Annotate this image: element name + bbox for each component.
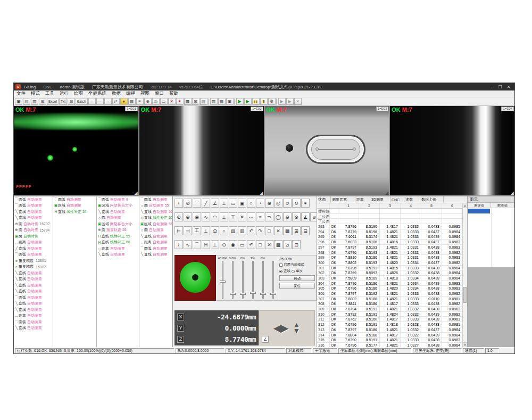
tree-row[interactable]: ↔ 距离 自动测量 <box>14 313 53 319</box>
geometry-tool-icon[interactable]: ╱ <box>202 199 210 208</box>
construction-tool-icon[interactable]: ≀ <box>174 240 183 249</box>
tree-row[interactable]: ╲ 直线 自动测量 <box>14 307 53 313</box>
x-axis-icon[interactable]: X <box>177 314 184 320</box>
camera-tag[interactable]: 1=E04 <box>501 106 514 111</box>
toolbar-button[interactable]: ⊠ <box>192 98 200 105</box>
tree-row[interactable]: ○ 圆 自动测量 55 <box>139 203 172 209</box>
table-row[interactable]: 302OK7.87698.50931.48251.03320.04380.098… <box>317 270 462 276</box>
toolbar-button[interactable]: ▦ <box>128 98 136 105</box>
tree-row[interactable]: ⊕ 圆 自动对焦 15702 <box>14 221 53 227</box>
tree-row[interactable]: ╲ 直线 自动测量 <box>14 276 53 283</box>
construction-tool-icon[interactable]: ⊿ <box>283 240 292 249</box>
angle-mode-button[interactable]: ∠ <box>262 336 269 343</box>
radio-single[interactable] <box>292 270 295 273</box>
minimize-button[interactable]: ─ <box>487 84 496 90</box>
construction-tool-icon[interactable]: ⊞ <box>292 226 301 235</box>
toolbar-button[interactable]: ⊕ <box>144 98 152 105</box>
construction-tool-icon[interactable]: ↶ <box>247 226 255 235</box>
selected-cell[interactable] <box>468 209 490 213</box>
tree-row[interactable]: ↔ 距离 自动测量 <box>97 245 139 252</box>
tree-row[interactable]: e 重复精度 15802 <box>14 264 53 270</box>
tree-row[interactable]: ╲ 直线 自动测量 <box>14 209 53 215</box>
scrollbar-thumb[interactable] <box>463 287 467 303</box>
camera-view-1[interactable]: OKM:7 1=E01 FFFFF ◢ <box>14 106 138 195</box>
geometry-tool-icon[interactable]: ⊃ <box>265 212 273 221</box>
light-slider[interactable] <box>262 261 264 299</box>
menu-item[interactable]: 工具 <box>43 90 57 97</box>
tree-row[interactable]: ▣ 区域 内壁拟合大小 <box>97 203 139 209</box>
table-header-row[interactable]: 123456 <box>317 203 462 209</box>
resize-grip-icon[interactable]: ◢ <box>385 191 388 195</box>
construction-tool-icon[interactable]: ⊙ <box>220 240 228 249</box>
table-row[interactable]: 305OK7.67968.51861.48201.03340.04380.098… <box>317 286 462 291</box>
construction-tool-icon[interactable]: ▥ <box>238 226 246 235</box>
table-row[interactable]: 300OK7.88028.51931.48201.03340.04370.098… <box>317 260 462 266</box>
toolbar-button[interactable]: ▭ <box>160 98 168 105</box>
toolbar-button[interactable]: ▩ <box>184 98 192 105</box>
construction-tool-icon[interactable]: ⊥ <box>211 240 219 249</box>
tree-row[interactable]: ╲ 直线 自动测量 <box>97 252 139 258</box>
toolbar-button[interactable]: ▮▮ <box>252 98 260 105</box>
geometry-tool-icon[interactable]: ∿ <box>202 212 210 221</box>
tree-row[interactable]: H 直线 线性补正 66 <box>97 240 139 246</box>
geometry-tool-icon[interactable]: ∡ <box>301 212 310 221</box>
tree-row[interactable]: ↔ 距离 自动测量 <box>14 240 53 246</box>
tree-row[interactable]: ╲ 直线 自动测量 <box>139 252 172 258</box>
camera-view-3-selected[interactable]: OKM:7 1=E03 ◢ <box>265 106 389 195</box>
jog-right-icon[interactable]: ▶ <box>280 322 287 334</box>
construction-tool-icon[interactable]: ✕ <box>274 226 282 235</box>
geometry-tool-icon[interactable]: ⊥ <box>220 212 228 221</box>
table-row[interactable]: 316OK7.67968.51771.48211.03270.04380.098… <box>317 343 462 347</box>
maximize-button[interactable]: ❐ <box>496 84 504 90</box>
tree-row[interactable]: ⌒ 圆弧 自动测量 <box>139 245 172 252</box>
resize-grip-icon[interactable]: ◢ <box>260 191 263 195</box>
geometry-tool-icon[interactable]: ⊘ <box>184 199 192 208</box>
table-row[interactable]: 295OK7.60118.51741.48211.03330.04390.098… <box>317 234 462 240</box>
jog-vertical-arrows[interactable]: ▲▼ <box>293 322 300 334</box>
tree-row[interactable]: ⌒ 圆弧 自动测量 9 <box>97 196 139 203</box>
toolbar-button[interactable]: ≡ <box>136 98 144 105</box>
ring-light-indicator[interactable] <box>174 255 216 301</box>
geometry-tool-icon[interactable]: ⌀ <box>310 212 317 221</box>
table-row[interactable]: 303OK7.58098.51891.48181.03340.04380.098… <box>317 276 462 281</box>
table-row[interactable]: 313OK7.87978.51861.48211.03320.04370.098… <box>317 327 462 333</box>
tree-row[interactable]: ▣ 区域 自动测量 55 <box>139 221 172 227</box>
table-row[interactable]: 标称值 <box>317 209 462 214</box>
jog-down-icon[interactable]: ▼ <box>293 328 300 334</box>
table-row[interactable]: 下公差 <box>317 219 462 224</box>
construction-tool-icon[interactable]: ↶ <box>247 240 255 249</box>
toolbar-button[interactable]: ▶ <box>278 98 286 105</box>
toolbar-button[interactable]: ● <box>120 98 128 105</box>
light-reset-button[interactable]: 复位 <box>279 283 315 289</box>
geometry-tool-icon[interactable]: ⊗ <box>292 212 301 221</box>
geometry-tool-icon[interactable]: ∠ <box>211 199 219 208</box>
tree-row[interactable]: ╲ 直线 自动测量 <box>14 270 53 276</box>
tree-row[interactable]: ⌒ 圆弧 自动测量 <box>53 196 96 203</box>
construction-tool-icon[interactable]: □ <box>265 226 273 235</box>
geometry-tool-icon[interactable]: ≡ <box>256 212 264 221</box>
light-auto-button[interactable]: 自动 <box>279 275 315 281</box>
toolbar-button[interactable] <box>234 98 236 105</box>
geometry-tool-icon[interactable]: ⊙ <box>174 212 183 221</box>
construction-tool-icon[interactable]: Ω <box>211 226 219 235</box>
construction-tool-icon[interactable]: 工 <box>193 226 201 235</box>
menu-item[interactable]: 编程 <box>123 90 138 97</box>
construction-tool-icon[interactable]: ○ <box>220 226 228 235</box>
toolbar-button[interactable]: ▮ <box>260 98 268 105</box>
table-tab[interactable]: CNC <box>390 196 404 203</box>
construction-tool-icon[interactable]: □ <box>256 240 264 249</box>
geometry-tool-icon[interactable]: ⋯ <box>247 212 255 221</box>
tree-row[interactable]: ╲ 直线 自动测量 <box>14 301 53 307</box>
table-row[interactable]: 307OK7.80028.51881.48211.03330.01100.098… <box>317 297 462 302</box>
element-column-header[interactable]: 标准值 <box>491 203 514 208</box>
tree-row[interactable]: ⌒ 圆弧 自动测量 <box>14 196 53 203</box>
geometry-tool-icon[interactable]: ✶ <box>301 199 310 208</box>
toolbar-button[interactable]: ⚙ <box>268 98 276 105</box>
construction-tool-icon[interactable]: ◉ <box>229 240 237 249</box>
geometry-tool-icon[interactable]: ◠ <box>211 212 219 221</box>
tree-row[interactable]: ⌒ 圆弧 自动测量 <box>14 252 53 258</box>
camera-view-2[interactable]: OKM:7 1=E02 ◢ <box>139 106 264 195</box>
tree-row[interactable]: ⌒ 圆弧 自动测量 <box>139 196 172 203</box>
tree-row[interactable]: ⊕ 圆 测量轨迹 55 <box>97 227 139 234</box>
camera-tag[interactable]: 1=E02 <box>251 106 263 111</box>
